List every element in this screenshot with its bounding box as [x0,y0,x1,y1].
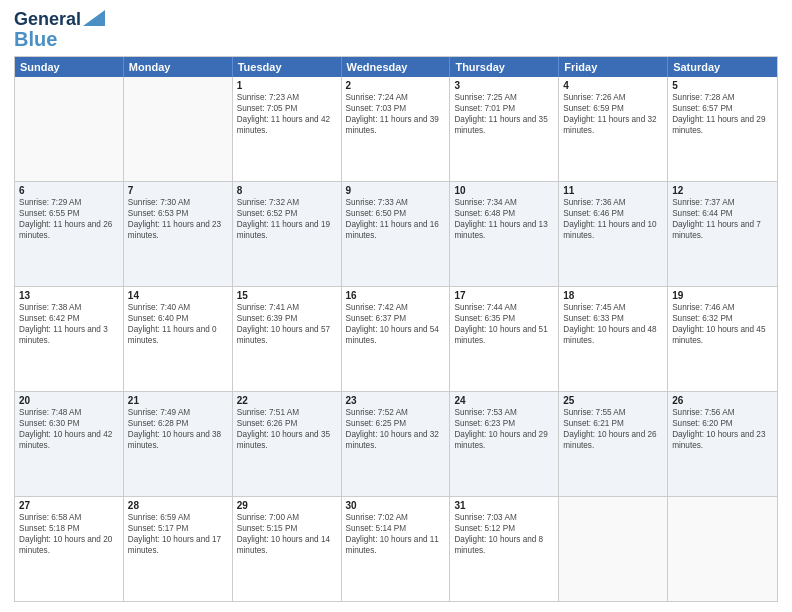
day-number-3: 3 [454,80,554,91]
day-number-10: 10 [454,185,554,196]
empty-cell [15,77,124,181]
day-number-20: 20 [19,395,119,406]
day-content-31: Sunrise: 7:03 AM Sunset: 5:12 PM Dayligh… [454,512,554,556]
day-number-29: 29 [237,500,337,511]
day-2: 2Sunrise: 7:24 AM Sunset: 7:03 PM Daylig… [342,77,451,181]
day-number-23: 23 [346,395,446,406]
day-number-15: 15 [237,290,337,301]
day-number-25: 25 [563,395,663,406]
day-content-23: Sunrise: 7:52 AM Sunset: 6:25 PM Dayligh… [346,407,446,451]
day-7: 7Sunrise: 7:30 AM Sunset: 6:53 PM Daylig… [124,182,233,286]
day-content-5: Sunrise: 7:28 AM Sunset: 6:57 PM Dayligh… [672,92,773,136]
day-content-7: Sunrise: 7:30 AM Sunset: 6:53 PM Dayligh… [128,197,228,241]
calendar-row-5: 27Sunrise: 6:58 AM Sunset: 5:18 PM Dayli… [15,496,777,601]
day-content-1: Sunrise: 7:23 AM Sunset: 7:05 PM Dayligh… [237,92,337,136]
page: General Blue SundayMondayTuesdayWednesda… [0,0,792,612]
header-day-wednesday: Wednesday [342,57,451,77]
header-day-thursday: Thursday [450,57,559,77]
day-content-26: Sunrise: 7:56 AM Sunset: 6:20 PM Dayligh… [672,407,773,451]
header-day-tuesday: Tuesday [233,57,342,77]
day-content-16: Sunrise: 7:42 AM Sunset: 6:37 PM Dayligh… [346,302,446,346]
day-19: 19Sunrise: 7:46 AM Sunset: 6:32 PM Dayli… [668,287,777,391]
day-content-8: Sunrise: 7:32 AM Sunset: 6:52 PM Dayligh… [237,197,337,241]
day-3: 3Sunrise: 7:25 AM Sunset: 7:01 PM Daylig… [450,77,559,181]
day-28: 28Sunrise: 6:59 AM Sunset: 5:17 PM Dayli… [124,497,233,601]
day-content-17: Sunrise: 7:44 AM Sunset: 6:35 PM Dayligh… [454,302,554,346]
day-content-6: Sunrise: 7:29 AM Sunset: 6:55 PM Dayligh… [19,197,119,241]
day-26: 26Sunrise: 7:56 AM Sunset: 6:20 PM Dayli… [668,392,777,496]
day-24: 24Sunrise: 7:53 AM Sunset: 6:23 PM Dayli… [450,392,559,496]
day-content-28: Sunrise: 6:59 AM Sunset: 5:17 PM Dayligh… [128,512,228,556]
empty-cell [668,497,777,601]
day-number-30: 30 [346,500,446,511]
calendar-row-2: 6Sunrise: 7:29 AM Sunset: 6:55 PM Daylig… [15,181,777,286]
day-25: 25Sunrise: 7:55 AM Sunset: 6:21 PM Dayli… [559,392,668,496]
day-30: 30Sunrise: 7:02 AM Sunset: 5:14 PM Dayli… [342,497,451,601]
day-20: 20Sunrise: 7:48 AM Sunset: 6:30 PM Dayli… [15,392,124,496]
day-17: 17Sunrise: 7:44 AM Sunset: 6:35 PM Dayli… [450,287,559,391]
day-number-24: 24 [454,395,554,406]
day-number-28: 28 [128,500,228,511]
day-number-5: 5 [672,80,773,91]
day-31: 31Sunrise: 7:03 AM Sunset: 5:12 PM Dayli… [450,497,559,601]
header-day-monday: Monday [124,57,233,77]
day-number-27: 27 [19,500,119,511]
calendar-row-4: 20Sunrise: 7:48 AM Sunset: 6:30 PM Dayli… [15,391,777,496]
day-number-17: 17 [454,290,554,301]
calendar-body: 1Sunrise: 7:23 AM Sunset: 7:05 PM Daylig… [15,77,777,601]
day-number-11: 11 [563,185,663,196]
day-5: 5Sunrise: 7:28 AM Sunset: 6:57 PM Daylig… [668,77,777,181]
day-29: 29Sunrise: 7:00 AM Sunset: 5:15 PM Dayli… [233,497,342,601]
day-15: 15Sunrise: 7:41 AM Sunset: 6:39 PM Dayli… [233,287,342,391]
day-content-25: Sunrise: 7:55 AM Sunset: 6:21 PM Dayligh… [563,407,663,451]
day-9: 9Sunrise: 7:33 AM Sunset: 6:50 PM Daylig… [342,182,451,286]
day-10: 10Sunrise: 7:34 AM Sunset: 6:48 PM Dayli… [450,182,559,286]
day-content-11: Sunrise: 7:36 AM Sunset: 6:46 PM Dayligh… [563,197,663,241]
day-1: 1Sunrise: 7:23 AM Sunset: 7:05 PM Daylig… [233,77,342,181]
day-number-31: 31 [454,500,554,511]
day-number-19: 19 [672,290,773,301]
header-day-friday: Friday [559,57,668,77]
day-13: 13Sunrise: 7:38 AM Sunset: 6:42 PM Dayli… [15,287,124,391]
day-content-27: Sunrise: 6:58 AM Sunset: 5:18 PM Dayligh… [19,512,119,556]
calendar-row-3: 13Sunrise: 7:38 AM Sunset: 6:42 PM Dayli… [15,286,777,391]
day-21: 21Sunrise: 7:49 AM Sunset: 6:28 PM Dayli… [124,392,233,496]
empty-cell [559,497,668,601]
day-number-13: 13 [19,290,119,301]
day-content-3: Sunrise: 7:25 AM Sunset: 7:01 PM Dayligh… [454,92,554,136]
day-22: 22Sunrise: 7:51 AM Sunset: 6:26 PM Dayli… [233,392,342,496]
day-content-29: Sunrise: 7:00 AM Sunset: 5:15 PM Dayligh… [237,512,337,556]
day-number-7: 7 [128,185,228,196]
day-6: 6Sunrise: 7:29 AM Sunset: 6:55 PM Daylig… [15,182,124,286]
day-content-14: Sunrise: 7:40 AM Sunset: 6:40 PM Dayligh… [128,302,228,346]
calendar-row-1: 1Sunrise: 7:23 AM Sunset: 7:05 PM Daylig… [15,77,777,181]
day-14: 14Sunrise: 7:40 AM Sunset: 6:40 PM Dayli… [124,287,233,391]
day-number-16: 16 [346,290,446,301]
day-content-19: Sunrise: 7:46 AM Sunset: 6:32 PM Dayligh… [672,302,773,346]
day-number-26: 26 [672,395,773,406]
day-4: 4Sunrise: 7:26 AM Sunset: 6:59 PM Daylig… [559,77,668,181]
day-number-21: 21 [128,395,228,406]
day-number-14: 14 [128,290,228,301]
day-content-4: Sunrise: 7:26 AM Sunset: 6:59 PM Dayligh… [563,92,663,136]
day-27: 27Sunrise: 6:58 AM Sunset: 5:18 PM Dayli… [15,497,124,601]
day-12: 12Sunrise: 7:37 AM Sunset: 6:44 PM Dayli… [668,182,777,286]
day-number-22: 22 [237,395,337,406]
calendar-header: SundayMondayTuesdayWednesdayThursdayFrid… [15,57,777,77]
empty-cell [124,77,233,181]
day-content-13: Sunrise: 7:38 AM Sunset: 6:42 PM Dayligh… [19,302,119,346]
day-content-21: Sunrise: 7:49 AM Sunset: 6:28 PM Dayligh… [128,407,228,451]
day-content-18: Sunrise: 7:45 AM Sunset: 6:33 PM Dayligh… [563,302,663,346]
day-8: 8Sunrise: 7:32 AM Sunset: 6:52 PM Daylig… [233,182,342,286]
logo-icon [83,10,105,26]
day-content-22: Sunrise: 7:51 AM Sunset: 6:26 PM Dayligh… [237,407,337,451]
day-number-1: 1 [237,80,337,91]
day-content-30: Sunrise: 7:02 AM Sunset: 5:14 PM Dayligh… [346,512,446,556]
day-18: 18Sunrise: 7:45 AM Sunset: 6:33 PM Dayli… [559,287,668,391]
logo: General Blue [14,10,105,50]
day-content-2: Sunrise: 7:24 AM Sunset: 7:03 PM Dayligh… [346,92,446,136]
day-23: 23Sunrise: 7:52 AM Sunset: 6:25 PM Dayli… [342,392,451,496]
logo-blue: Blue [14,28,57,50]
day-16: 16Sunrise: 7:42 AM Sunset: 6:37 PM Dayli… [342,287,451,391]
day-content-24: Sunrise: 7:53 AM Sunset: 6:23 PM Dayligh… [454,407,554,451]
